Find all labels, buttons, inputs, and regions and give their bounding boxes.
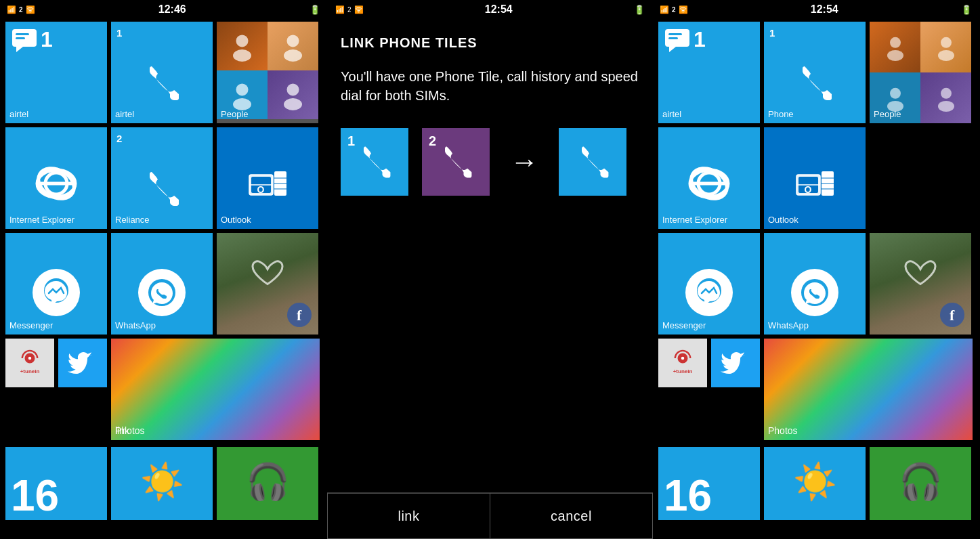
s2-tile-whatsapp[interactable]: WhatsApp	[764, 233, 866, 335]
tile-row-2: Internet Explorer 2 Reliance	[5, 127, 322, 229]
tile-music[interactable]: 🎧	[217, 447, 318, 520]
svg-point-4	[236, 35, 249, 47]
s2-tile-row-2: Internet Explorer O	[658, 127, 973, 229]
s2-phone-icon	[794, 63, 835, 104]
s2-tile-photos[interactable]: Photos	[764, 339, 973, 440]
tile-tunein[interactable]: +tunein	[5, 339, 54, 387]
signal-s2-2: 2	[672, 6, 676, 14]
link-button[interactable]: link	[327, 493, 490, 539]
tile-outlook[interactable]: O Outlook	[217, 127, 318, 229]
signal-icon-1: 📶	[7, 5, 16, 14]
svg-text:f: f	[950, 307, 955, 324]
s2-tile-messenger[interactable]: Messenger	[658, 233, 760, 335]
tile-weather[interactable]: ☀️	[111, 447, 213, 520]
cancel-button[interactable]: cancel	[490, 493, 653, 539]
signal-icon-2: 2	[19, 6, 23, 14]
tile-people[interactable]: People	[217, 22, 318, 123]
svg-rect-2	[16, 33, 29, 35]
dialog-screen: 📶 2 🛜 12:54 🔋 LINK PHONE TILES You'll ha…	[327, 0, 653, 539]
outlook-svg: O	[246, 165, 290, 209]
battery-1: 🔋	[310, 5, 320, 15]
reliance-label: Reliance	[111, 215, 213, 225]
dialog-buttons: link cancel	[327, 492, 653, 539]
s2-outlook-label: Outlook	[764, 215, 866, 225]
s2-airtel-msg-label: airtel	[658, 109, 760, 119]
s2-whatsapp-icon	[791, 269, 838, 316]
dialog-time: 12:54	[485, 3, 513, 16]
s2-tile-row-4: +tunein Photos	[658, 339, 973, 440]
s2-tile-ie[interactable]: Internet Explorer	[658, 127, 760, 229]
s2-people-content	[870, 22, 971, 123]
tile-ie[interactable]: Internet Explorer	[5, 127, 107, 229]
s2-ie-label: Internet Explorer	[658, 215, 760, 225]
tile-whatsapp[interactable]: WhatsApp	[111, 233, 213, 335]
s2-tile-music[interactable]: 🎧	[870, 447, 971, 520]
time-2: 12:54	[811, 3, 838, 16]
tunein-text: +tunein	[20, 368, 40, 374]
dialog-wifi: 🛜	[354, 5, 364, 14]
photos-text: Photos	[115, 425, 145, 436]
sim-result-tile	[559, 128, 626, 196]
tile-number16[interactable]: 16	[5, 447, 107, 520]
s2-tile-phone[interactable]: 1 Phone	[764, 22, 866, 123]
svg-point-9	[233, 98, 251, 110]
signal-s2-1: 📶	[660, 5, 669, 14]
tile-messenger[interactable]: Messenger	[5, 233, 107, 335]
s2-tile-number16[interactable]: 16	[658, 447, 760, 520]
svg-rect-3	[16, 37, 25, 39]
tile-reliance[interactable]: 2 Reliance	[111, 127, 213, 229]
svg-rect-35	[668, 37, 678, 39]
s2-ie-svg	[685, 160, 733, 207]
s2-phone-label: Phone	[764, 109, 866, 119]
person-icon-1	[227, 31, 257, 62]
ie-label: Internet Explorer	[5, 215, 107, 225]
s2-tile-twitter[interactable]	[711, 339, 760, 387]
tile-photos[interactable]: link Photos	[111, 339, 320, 440]
s2-weather-icon: ☀️	[793, 461, 837, 502]
s2-tile-row-5: 16 ☀️ 🎧	[658, 447, 973, 520]
airtel-phone-label: airtel	[111, 109, 213, 119]
sim-merge-visual: 1 2 →	[341, 128, 639, 196]
dialog-description: You'll have one Phone Tile, call history…	[341, 67, 639, 105]
svg-text:f: f	[297, 307, 302, 324]
svg-point-6	[287, 35, 299, 47]
person-icon-4	[278, 80, 308, 110]
s2-tile-tunein[interactable]: +tunein	[658, 339, 707, 387]
sim2-tile: 2	[422, 128, 490, 196]
tile-twitter[interactable]	[58, 339, 107, 387]
dialog-title: LINK PHONE TILES	[341, 35, 639, 51]
s2-tile-weather[interactable]: ☀️	[764, 447, 866, 520]
tile-airtel-phone[interactable]: 1 airtel	[111, 22, 213, 123]
s2-person-2	[933, 34, 960, 61]
dialog-signal-icons: 📶 2 🛜	[335, 5, 364, 14]
s2-number-16: 16	[664, 474, 712, 517]
tile-fb-photo[interactable]: f	[217, 233, 318, 335]
fb-icon: f	[286, 301, 313, 330]
s2-photos-text: Photos	[768, 425, 798, 436]
svg-point-37	[887, 50, 903, 61]
s2-tunein-svg	[669, 348, 696, 368]
svg-point-7	[284, 49, 302, 62]
wifi-icon-1: 🛜	[26, 5, 35, 14]
s2-tile-outlook[interactable]: O Outlook	[764, 127, 866, 229]
s2-tile-airtel-msg[interactable]: 1 airtel	[658, 22, 760, 123]
twitter-icon	[68, 346, 98, 376]
tunein-icon: +tunein	[5, 339, 54, 383]
s2-tile-row-1: 1 airtel 1 Phone	[658, 22, 973, 123]
person-icon-3	[227, 80, 257, 110]
airtel-badge-num: 1	[41, 27, 53, 52]
signal-icons-2: 📶 2 🛜	[660, 5, 688, 14]
sim1-phone-icon	[356, 144, 393, 181]
svg-text:O: O	[804, 184, 811, 195]
s2-twitter-icon	[721, 346, 750, 376]
airtel-msg-label: airtel	[5, 109, 107, 119]
messenger-svg	[39, 276, 73, 309]
tile-airtel-msg[interactable]: 1 airtel	[5, 22, 107, 123]
s2-heart-svg	[900, 256, 941, 290]
merge-arrow: →	[510, 146, 538, 178]
s2-whatsapp-label: WhatsApp	[764, 320, 866, 330]
fb-svg: f	[286, 301, 313, 328]
s2-tile-fb-photo[interactable]: f	[870, 233, 971, 335]
s2-tile-people[interactable]: People	[870, 22, 971, 123]
svg-point-5	[233, 49, 251, 62]
